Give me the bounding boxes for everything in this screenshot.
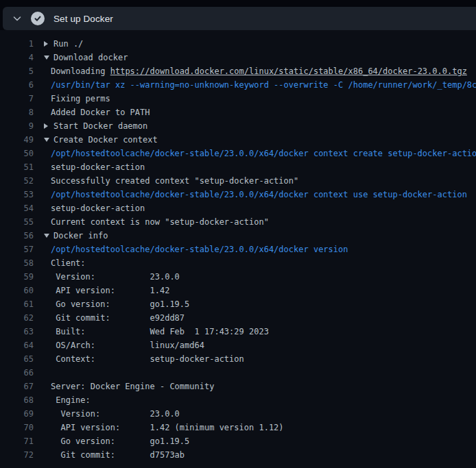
- log-group-row[interactable]: 9Start Docker daemon: [0, 119, 476, 133]
- log-text: setup-docker-action: [51, 160, 145, 174]
- line-number[interactable]: 49: [0, 133, 34, 147]
- chevron-down-icon[interactable]: [12, 14, 22, 23]
- log-line-content: Engine:: [44, 393, 476, 407]
- log-line-content: Fixing perms: [44, 92, 476, 106]
- line-number[interactable]: 53: [0, 188, 34, 201]
- line-number[interactable]: 61: [0, 297, 34, 311]
- line-number[interactable]: 55: [0, 215, 34, 229]
- log-line: 71 Go version: go1.19.5: [0, 434, 476, 448]
- line-number[interactable]: 63: [0, 325, 34, 338]
- line-number[interactable]: 7: [0, 92, 34, 106]
- log-text: Go version: go1.19.5: [51, 297, 189, 311]
- line-number[interactable]: 67: [0, 380, 34, 393]
- log-line: 62 Git commit: e92dd87: [0, 311, 476, 325]
- group-title: Download docker: [53, 51, 128, 64]
- log-line: 64 OS/Arch: linux/amd64: [0, 338, 476, 352]
- log-line-content[interactable]: Docker info: [44, 229, 476, 243]
- log-group-row[interactable]: 4Download docker: [0, 51, 476, 64]
- log-group-row[interactable]: 1Run ./: [0, 37, 476, 51]
- log-line-content: Added Docker to PATH: [44, 106, 476, 119]
- log-line: 60 API version: 1.42: [0, 284, 476, 297]
- log-group-row[interactable]: 56Docker info: [0, 229, 476, 243]
- log-line: 59 Version: 23.0.0: [0, 270, 476, 284]
- log-line-content: Server: Docker Engine - Community: [44, 380, 476, 393]
- log-line: 6/usr/bin/tar xz --warning=no-unknown-ke…: [0, 78, 476, 92]
- group-title: Docker info: [53, 229, 108, 243]
- log-text: setup-docker-action: [51, 201, 145, 215]
- log-line: 58Client:: [0, 256, 476, 270]
- log-line-content[interactable]: Run ./: [44, 37, 476, 51]
- log-line: 72 Git commit: d7573ab: [0, 448, 476, 462]
- log-text: Built: Wed Feb 1 17:43:29 2023: [51, 325, 269, 338]
- log-text: Git commit: e92dd87: [51, 311, 185, 325]
- line-number[interactable]: 70: [0, 421, 34, 434]
- log-text: Current context is now "setup-docker-act…: [51, 215, 269, 229]
- line-number[interactable]: 54: [0, 201, 34, 215]
- line-number[interactable]: 56: [0, 229, 34, 243]
- triangle-down-icon[interactable]: [44, 138, 53, 142]
- log-line-content: Git commit: e92dd87: [44, 311, 476, 325]
- log-link[interactable]: https://download.docker.com/linux/static…: [110, 64, 467, 78]
- step-header[interactable]: Set up Docker: [3, 7, 476, 30]
- log-line-content: /opt/hostedtoolcache/docker-stable/23.0.…: [44, 243, 476, 256]
- log-group-row[interactable]: 49Create Docker context: [0, 133, 476, 147]
- log-line: 68 Engine:: [0, 393, 476, 407]
- log-line: 50/opt/hostedtoolcache/docker-stable/23.…: [0, 147, 476, 160]
- log-line: 69 Version: 23.0.0: [0, 407, 476, 421]
- line-number[interactable]: 71: [0, 434, 34, 448]
- triangle-shape: [44, 138, 49, 142]
- log-line: 5Downloading https://download.docker.com…: [0, 64, 476, 78]
- line-number[interactable]: 52: [0, 174, 34, 188]
- line-number[interactable]: 9: [0, 119, 34, 133]
- line-number[interactable]: 50: [0, 147, 34, 160]
- group-title: Create Docker context: [53, 133, 158, 147]
- log-text: Version: 23.0.0: [51, 407, 180, 421]
- log-line-content[interactable]: Download docker: [44, 51, 476, 64]
- line-number[interactable]: 5: [0, 64, 34, 78]
- line-number[interactable]: 72: [0, 448, 34, 462]
- line-number[interactable]: 69: [0, 407, 34, 421]
- line-number[interactable]: 57: [0, 243, 34, 256]
- line-number[interactable]: 1: [0, 37, 34, 51]
- triangle-right-icon[interactable]: [44, 41, 53, 47]
- log-command-text: /opt/hostedtoolcache/docker-stable/23.0.…: [51, 147, 476, 160]
- line-number[interactable]: 66: [0, 366, 34, 380]
- line-number[interactable]: 65: [0, 352, 34, 366]
- log-text: Successfully created context "setup-dock…: [51, 174, 298, 188]
- triangle-down-icon[interactable]: [44, 56, 53, 60]
- log-line-content: /opt/hostedtoolcache/docker-stable/23.0.…: [44, 188, 476, 201]
- log-line-content: /usr/bin/tar xz --warning=no-unknown-key…: [44, 78, 476, 92]
- log-line: 67Server: Docker Engine - Community: [0, 380, 476, 393]
- log-line-content: OS/Arch: linux/amd64: [44, 338, 476, 352]
- line-number[interactable]: 6: [0, 78, 34, 92]
- line-number[interactable]: 62: [0, 311, 34, 325]
- log-line: 53/opt/hostedtoolcache/docker-stable/23.…: [0, 188, 476, 201]
- log-line-content: Context: setup-docker-action: [44, 352, 476, 366]
- log-text: API version: 1.42: [51, 284, 169, 297]
- triangle-shape: [44, 234, 49, 238]
- log-text: Client:: [51, 256, 86, 270]
- log-line: 8Added Docker to PATH: [0, 106, 476, 119]
- triangle-right-icon[interactable]: [44, 123, 53, 129]
- line-number[interactable]: 64: [0, 338, 34, 352]
- log-command-text: /opt/hostedtoolcache/docker-stable/23.0.…: [51, 243, 348, 256]
- triangle-shape: [44, 123, 48, 129]
- log-line-content[interactable]: Create Docker context: [44, 133, 476, 147]
- line-number[interactable]: 68: [0, 393, 34, 407]
- log-line-content[interactable]: Start Docker daemon: [44, 119, 476, 133]
- line-number[interactable]: 58: [0, 256, 34, 270]
- log-line-content: API version: 1.42 (minimum version 1.12): [44, 421, 476, 434]
- group-title: Run ./: [53, 37, 83, 51]
- line-number[interactable]: 8: [0, 106, 34, 119]
- line-number[interactable]: 59: [0, 270, 34, 284]
- line-number[interactable]: 51: [0, 160, 34, 174]
- log-text: Version: 23.0.0: [51, 270, 180, 284]
- line-number[interactable]: 60: [0, 284, 34, 297]
- triangle-down-icon[interactable]: [44, 234, 53, 238]
- log-line-content: Successfully created context "setup-dock…: [44, 174, 476, 188]
- check-circle-icon: [31, 12, 45, 25]
- line-number[interactable]: 4: [0, 51, 34, 64]
- step-title: Set up Docker: [53, 14, 113, 24]
- log-command-text: /opt/hostedtoolcache/docker-stable/23.0.…: [51, 188, 467, 201]
- log-text: Downloading: [51, 64, 110, 78]
